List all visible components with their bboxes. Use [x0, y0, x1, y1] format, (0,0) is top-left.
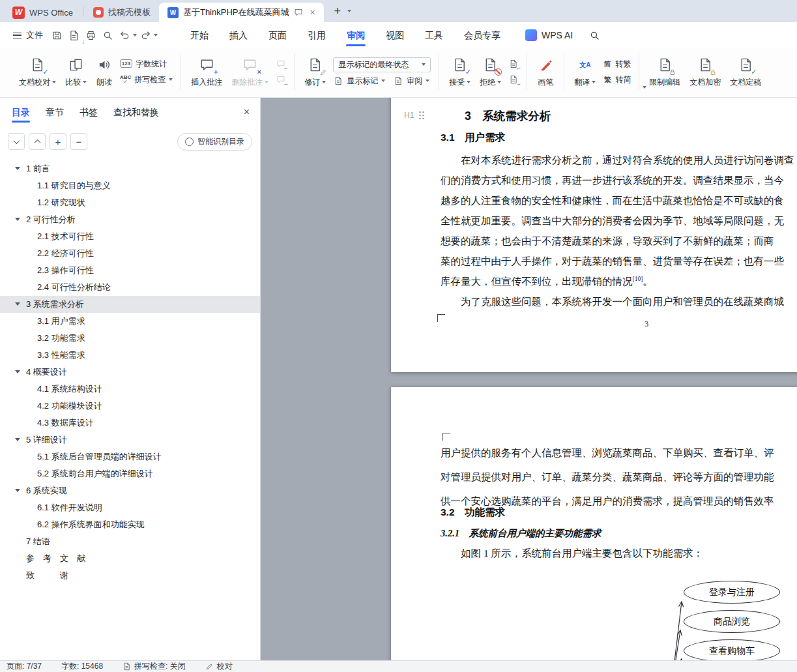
toc-item[interactable]: 2.4 可行性分析结论 — [0, 279, 260, 296]
heading-handle[interactable]: H1 — [404, 111, 421, 120]
toc-item[interactable]: 1.1 研究目的与意义 — [0, 177, 260, 194]
toc-item[interactable]: 致 谢 — [0, 567, 260, 584]
use-case-oval[interactable]: 登录与注册 — [684, 581, 780, 604]
review-pane-button[interactable]: 审阅 — [393, 76, 429, 86]
menu-tab[interactable]: 开始 — [180, 22, 219, 48]
wps-ai-button[interactable]: WPS AI — [525, 29, 573, 41]
sidebar-tab[interactable]: 目录 — [12, 98, 30, 126]
document-text-line[interactable]: 对管理员提供对用户、订单、蔬菜分类、蔬菜商品、评论等方面的管理功能 — [441, 463, 774, 487]
document-canvas[interactable]: H1 3 系统需求分析 3.1 用户需求 在对本系统进行需求分析之前，通过对符合… — [261, 98, 797, 660]
compare-button[interactable]: 比较 — [61, 55, 91, 89]
subsection-heading-3-2-1[interactable]: 3.2.1 系统前台用户端的主要功能需求 — [441, 526, 601, 540]
toc-item[interactable]: 6 系统实现 — [0, 482, 260, 499]
next-comment-button[interactable]: → — [276, 74, 286, 85]
word-count-button[interactable]: 123 字数统计 — [120, 59, 173, 69]
sidebar-tab[interactable]: 查找和替换 — [113, 98, 159, 126]
toc-item[interactable]: 2.2 经济可行性 — [0, 245, 260, 262]
section-heading-3-2[interactable]: 3.2 功能需求 — [441, 505, 505, 519]
spell-check-button[interactable]: ABC✓ 拼写检查 — [120, 74, 173, 85]
use-case-oval[interactable]: 商品浏览 — [684, 610, 780, 633]
document-text-line[interactable]: 想要的蔬菜；也会由于不清楚蔬菜的来源，导致买到了不新鲜的蔬菜；而商 — [441, 229, 794, 249]
collapse-outline-button[interactable] — [8, 133, 25, 150]
toc-item[interactable]: 4 概要设计 — [0, 364, 260, 381]
use-case-oval[interactable]: 查看购物车 — [684, 639, 780, 660]
show-markup-button[interactable]: 显示标记 — [333, 76, 385, 86]
menu-tab[interactable]: 插入 — [219, 22, 258, 48]
accept-change-button[interactable]: ✓ 接受 — [444, 55, 475, 89]
toc-item[interactable]: 5.1 系统后台管理员端的详细设计 — [0, 448, 260, 465]
toc-item[interactable]: 2.1 技术可行性 — [0, 228, 260, 245]
collapse-all-button[interactable]: − — [70, 133, 87, 150]
toc-item[interactable]: 6.2 操作系统界面和功能实现 — [0, 516, 260, 533]
expand-all-button[interactable]: + — [50, 133, 66, 150]
sidebar-tab[interactable]: 章节 — [46, 98, 64, 126]
chapter-heading[interactable]: 3 系统需求分析 — [465, 108, 551, 124]
finalize-document-button[interactable]: ✓ 文档定稿 — [725, 55, 766, 89]
menu-tab[interactable]: 引用 — [297, 22, 336, 48]
document-text-line[interactable]: 为了克服这些问题，本系统将开发一个面向用户和管理员的在线蔬菜商城 — [441, 289, 794, 310]
toc-item[interactable]: 参 考 文 献 — [0, 550, 260, 567]
close-tab-icon[interactable]: × — [310, 8, 315, 17]
close-sidebar-icon[interactable]: × — [244, 98, 250, 126]
smart-toc-button[interactable]: 智能识别目录 — [177, 133, 252, 151]
document-page-4[interactable]: 用户提供的服务有个人信息管理、浏览蔬菜商品、下单购买、查看订单、评 对管理员提供… — [391, 387, 797, 660]
toc-item[interactable]: 3.2 功能需求 — [0, 330, 260, 347]
insert-comment-button[interactable]: + 插入批注 — [186, 55, 227, 89]
spellcheck-indicator[interactable]: 拼写检查: 关闭 — [123, 661, 186, 672]
toc-item[interactable]: 3.1 用户需求 — [0, 313, 260, 330]
menu-tab[interactable]: 视图 — [375, 22, 414, 48]
page-indicator[interactable]: 页面: 7/37 — [7, 661, 42, 672]
toc-item[interactable]: 3.3 性能需求 — [0, 347, 260, 364]
print-preview-button[interactable] — [99, 27, 116, 43]
tab-wps-office-home[interactable]: W WPS Office — [4, 3, 81, 22]
to-traditional-button[interactable]: 简转繁 — [603, 59, 631, 69]
document-text-line[interactable]: 越多的人注重食物的安全性和健康性，而在生活中蔬菜也恰恰是不可或缺的食 — [441, 188, 794, 209]
section-heading-3-1[interactable]: 3.1 用户需求 — [441, 130, 505, 145]
document-text-line[interactable]: 们的消费方式和使用习惯，再进一步进行该系统的开发。调查结果显示，当今 — [441, 168, 794, 188]
toc-item[interactable]: 4.3 数据库设计 — [0, 415, 260, 431]
menu-tab[interactable]: 审阅 — [336, 22, 375, 48]
drag-handle-icon[interactable] — [419, 111, 421, 113]
track-changes-button[interactable]: 修订 — [300, 55, 330, 89]
encrypt-document-button[interactable]: 文档加密 — [685, 55, 725, 89]
translate-button[interactable]: 文A 翻译 — [570, 55, 600, 89]
new-tab-button[interactable]: + — [329, 3, 346, 20]
tab-list-chevron[interactable] — [347, 10, 351, 12]
ribbon-more-chevron[interactable] — [643, 86, 646, 89]
undo-button[interactable] — [116, 27, 137, 43]
toc-item[interactable]: 5.2 系统前台用户端的详细设计 — [0, 465, 260, 482]
toc-item[interactable]: 1.2 研究现状 — [0, 194, 260, 211]
document-text-line[interactable]: 库存量大，但宣传不到位，出现滞销的情况[10]。 — [441, 269, 794, 289]
toc-item[interactable]: 2.3 操作可行性 — [0, 262, 260, 279]
document-text-line[interactable]: 全性就更加重要。调查当中大部分的消费者会因为季节、地域等局限问题，无 — [441, 209, 794, 229]
document-text-line[interactable]: 在对本系统进行需求分析之前，通过对符合系统的使用人员进行访问卷调查 — [441, 148, 794, 168]
sidebar-tab[interactable]: 书签 — [80, 98, 98, 126]
menu-tab[interactable]: 页面 — [258, 22, 297, 48]
document-text-line[interactable]: 用户提供的服务有个人信息管理、浏览蔬菜商品、下单购买、查看订单、评 — [441, 439, 774, 463]
toc-item[interactable]: 3 系统需求分析 — [0, 296, 260, 313]
toc-item[interactable]: 2 可行性分析 — [0, 211, 260, 228]
expand-outline-button[interactable] — [29, 133, 46, 150]
menu-tab[interactable]: 会员专享 — [454, 22, 511, 48]
toc-item[interactable]: 1 前言 — [0, 160, 260, 177]
previous-revision-button[interactable]: ← — [508, 59, 519, 69]
figure-intro-line[interactable]: 如图 1 所示，系统前台用户端主要包含以下功能需求： — [441, 546, 703, 561]
reject-change-button[interactable]: 拒绝 — [475, 55, 506, 89]
to-simplified-button[interactable]: 繁转简 — [603, 74, 631, 85]
delete-comment-button[interactable]: × 删除批注 — [227, 55, 273, 89]
read-aloud-button[interactable]: 朗读 — [91, 55, 117, 89]
save-button[interactable] — [48, 27, 65, 43]
menu-tab[interactable]: 工具 — [414, 22, 454, 48]
file-menu-button[interactable]: 文件 — [8, 29, 48, 41]
export-button[interactable]: ↓ — [65, 27, 82, 43]
toc-item[interactable]: 5 详细设计 — [0, 431, 260, 448]
redo-chevron-icon[interactable] — [154, 34, 158, 37]
search-button[interactable] — [586, 27, 603, 43]
next-revision-button[interactable]: → — [508, 74, 519, 85]
toc-item[interactable]: 4.2 功能模块设计 — [0, 398, 260, 415]
document-page-3[interactable]: H1 3 系统需求分析 3.1 用户需求 在对本系统进行需求分析之前，通过对符合… — [391, 98, 797, 372]
toc-item[interactable]: 7 结语 — [0, 533, 260, 550]
proofread-indicator[interactable]: 校对 — [205, 661, 233, 672]
tab-template-site[interactable]: 找稿壳模板 — [85, 3, 159, 22]
restrict-editing-button[interactable]: 限制编辑 — [645, 55, 685, 89]
